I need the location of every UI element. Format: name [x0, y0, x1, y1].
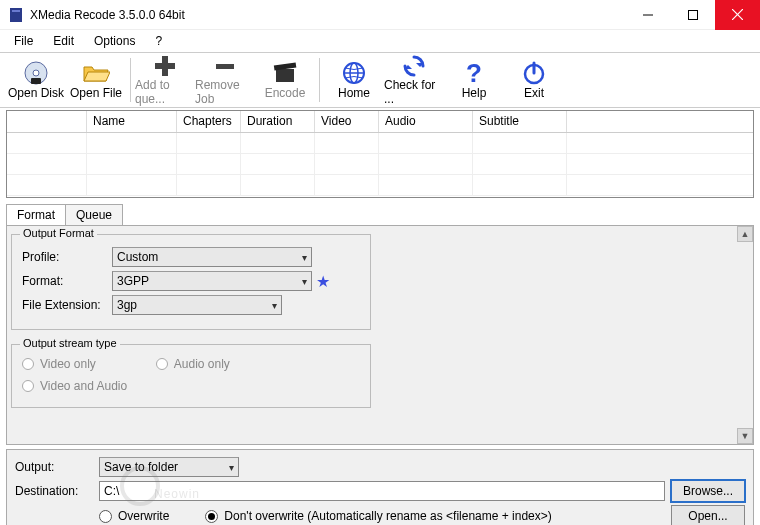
- radio-video-only[interactable]: Video only: [22, 357, 96, 371]
- col-spacer: [567, 111, 753, 132]
- bottom-panel: Output: Save to folder Destination: Brow…: [6, 449, 754, 525]
- radio-dot-icon: [22, 380, 34, 392]
- open-button[interactable]: Open...: [671, 505, 745, 525]
- label-file-extension: File Extension:: [22, 298, 112, 312]
- group-output-stream: Output stream type Video only Audio only…: [11, 344, 371, 408]
- scroll-down-icon[interactable]: ▼: [737, 428, 753, 444]
- plus-icon: [153, 54, 177, 78]
- radio-audio-only[interactable]: Audio only: [156, 357, 230, 371]
- add-to-queue-button[interactable]: Add to que...: [135, 54, 195, 106]
- label-format: Format:: [22, 274, 112, 288]
- menu-help[interactable]: ?: [147, 32, 170, 50]
- home-button[interactable]: Home: [324, 54, 384, 106]
- minus-icon: [214, 54, 236, 78]
- col-subtitle[interactable]: Subtitle: [473, 111, 567, 132]
- toolbar-separator: [319, 58, 320, 102]
- encode-button[interactable]: Encode: [255, 54, 315, 106]
- destination-input[interactable]: [99, 481, 665, 501]
- menubar: File Edit Options ?: [0, 30, 760, 52]
- tab-format[interactable]: Format: [6, 204, 66, 225]
- star-icon[interactable]: ★: [316, 272, 330, 291]
- radio-dot-icon: [22, 358, 34, 370]
- col-audio[interactable]: Audio: [379, 111, 473, 132]
- svg-rect-11: [216, 64, 234, 69]
- app-icon: [8, 7, 24, 23]
- table-header: Name Chapters Duration Video Audio Subti…: [7, 111, 753, 133]
- svg-rect-1: [12, 10, 20, 12]
- svg-rect-3: [688, 10, 697, 19]
- radio-dont-overwrite[interactable]: [205, 510, 218, 523]
- radio-dot-icon: [156, 358, 168, 370]
- svg-rect-12: [276, 69, 294, 82]
- scroll-track[interactable]: [737, 242, 753, 428]
- label-output: Output:: [15, 460, 93, 474]
- col-chapters[interactable]: Chapters: [177, 111, 241, 132]
- label-profile: Profile:: [22, 250, 112, 264]
- svg-point-7: [33, 70, 39, 76]
- label-dont-overwrite: Don't overwrite (Automatically rename as…: [224, 509, 551, 523]
- table-row[interactable]: [7, 154, 753, 175]
- toolbar: Open Disk Open File Add to que... Remove…: [0, 52, 760, 108]
- format-panel: Output Format Profile: Custom Format: 3G…: [6, 225, 754, 445]
- svg-rect-8: [31, 78, 41, 84]
- radio-overwrite[interactable]: [99, 510, 112, 523]
- window-title: XMedia Recode 3.5.0.0 64bit: [30, 8, 625, 22]
- table-row[interactable]: [7, 175, 753, 196]
- col-duration[interactable]: Duration: [241, 111, 315, 132]
- scrollbar[interactable]: ▲ ▼: [737, 226, 753, 444]
- menu-options[interactable]: Options: [86, 32, 143, 50]
- menu-edit[interactable]: Edit: [45, 32, 82, 50]
- titlebar: XMedia Recode 3.5.0.0 64bit: [0, 0, 760, 30]
- group-output-format: Output Format Profile: Custom Format: 3G…: [11, 234, 371, 330]
- table-body: [7, 133, 753, 196]
- select-format[interactable]: 3GPP: [112, 271, 312, 291]
- col-video[interactable]: Video: [315, 111, 379, 132]
- label-destination: Destination:: [15, 484, 93, 498]
- browse-button[interactable]: Browse...: [671, 480, 745, 502]
- open-disk-button[interactable]: Open Disk: [6, 54, 66, 106]
- exit-button[interactable]: Exit: [504, 54, 564, 106]
- globe-icon: [342, 60, 366, 86]
- question-icon: ?: [466, 60, 482, 86]
- help-button[interactable]: ? Help: [444, 54, 504, 106]
- label-overwrite: Overwrite: [118, 509, 169, 523]
- clapper-icon: [273, 60, 297, 86]
- scroll-up-icon[interactable]: ▲: [737, 226, 753, 242]
- file-table: Name Chapters Duration Video Audio Subti…: [6, 110, 754, 198]
- toolbar-separator: [130, 58, 131, 102]
- refresh-icon: [402, 54, 426, 78]
- open-file-button[interactable]: Open File: [66, 54, 126, 106]
- tabs: Format Queue: [6, 204, 754, 225]
- power-icon: [522, 60, 546, 86]
- maximize-button[interactable]: [670, 0, 715, 30]
- check-updates-button[interactable]: Check for ...: [384, 54, 444, 106]
- select-file-extension[interactable]: 3gp: [112, 295, 282, 315]
- select-profile[interactable]: Custom: [112, 247, 312, 267]
- select-output[interactable]: Save to folder: [99, 457, 239, 477]
- legend-output-format: Output Format: [20, 227, 97, 239]
- table-row[interactable]: [7, 133, 753, 154]
- menu-file[interactable]: File: [6, 32, 41, 50]
- legend-stream: Output stream type: [20, 337, 120, 349]
- remove-job-button[interactable]: Remove Job: [195, 54, 255, 106]
- col-icon[interactable]: [7, 111, 87, 132]
- minimize-button[interactable]: [625, 0, 670, 30]
- tab-queue[interactable]: Queue: [65, 204, 123, 225]
- close-button[interactable]: [715, 0, 760, 30]
- radio-video-audio[interactable]: Video and Audio: [22, 379, 360, 393]
- col-name[interactable]: Name: [87, 111, 177, 132]
- svg-rect-10: [155, 63, 175, 69]
- disc-icon: [23, 60, 49, 86]
- folder-icon: [82, 60, 110, 86]
